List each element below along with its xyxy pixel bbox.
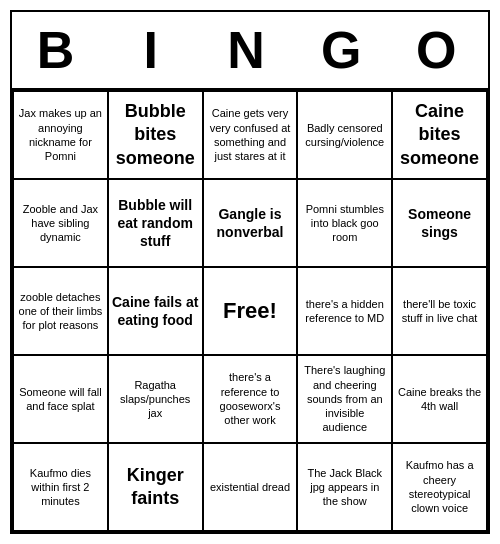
title-g: G: [305, 20, 385, 80]
bingo-cell-11[interactable]: Caine fails at eating food: [109, 268, 204, 356]
bingo-cell-12[interactable]: Free!: [204, 268, 299, 356]
bingo-cell-2[interactable]: Caine gets very very confused at somethi…: [204, 92, 299, 180]
bingo-cell-19[interactable]: Caine breaks the 4th wall: [393, 356, 488, 444]
bingo-cell-23[interactable]: The Jack Black jpg appears in the show: [298, 444, 393, 532]
bingo-cell-4[interactable]: Caine bites someone: [393, 92, 488, 180]
bingo-cell-20[interactable]: Kaufmo dies within first 2 minutes: [14, 444, 109, 532]
title-n: N: [210, 20, 290, 80]
bingo-cell-6[interactable]: Bubble will eat random stuff: [109, 180, 204, 268]
bingo-title: B I N G O: [12, 12, 488, 90]
bingo-cell-21[interactable]: Kinger faints: [109, 444, 204, 532]
bingo-cell-1[interactable]: Bubble bites someone: [109, 92, 204, 180]
bingo-cell-10[interactable]: zooble detaches one of their limbs for p…: [14, 268, 109, 356]
bingo-cell-9[interactable]: Someone sings: [393, 180, 488, 268]
bingo-cell-0[interactable]: Jax makes up an annoying nickname for Po…: [14, 92, 109, 180]
bingo-grid: Jax makes up an annoying nickname for Po…: [12, 90, 488, 532]
bingo-cell-13[interactable]: there's a hidden reference to MD: [298, 268, 393, 356]
bingo-cell-16[interactable]: Ragatha slaps/punches jax: [109, 356, 204, 444]
bingo-cell-5[interactable]: Zooble and Jax have sibling dynamic: [14, 180, 109, 268]
bingo-cell-15[interactable]: Someone will fall and face splat: [14, 356, 109, 444]
bingo-cell-7[interactable]: Gangle is nonverbal: [204, 180, 299, 268]
bingo-cell-17[interactable]: there's a reference to gooseworx's other…: [204, 356, 299, 444]
bingo-cell-24[interactable]: Kaufmo has a cheery stereotypical clown …: [393, 444, 488, 532]
bingo-cell-18[interactable]: There's laughing and cheering sounds fro…: [298, 356, 393, 444]
title-o: O: [400, 20, 480, 80]
bingo-cell-14[interactable]: there'll be toxic stuff in live chat: [393, 268, 488, 356]
title-b: B: [20, 20, 100, 80]
bingo-cell-3[interactable]: Badly censored cursing/violence: [298, 92, 393, 180]
title-i: I: [115, 20, 195, 80]
bingo-cell-22[interactable]: existential dread: [204, 444, 299, 532]
bingo-card: B I N G O Jax makes up an annoying nickn…: [10, 10, 490, 534]
bingo-cell-8[interactable]: Pomni stumbles into black goo room: [298, 180, 393, 268]
